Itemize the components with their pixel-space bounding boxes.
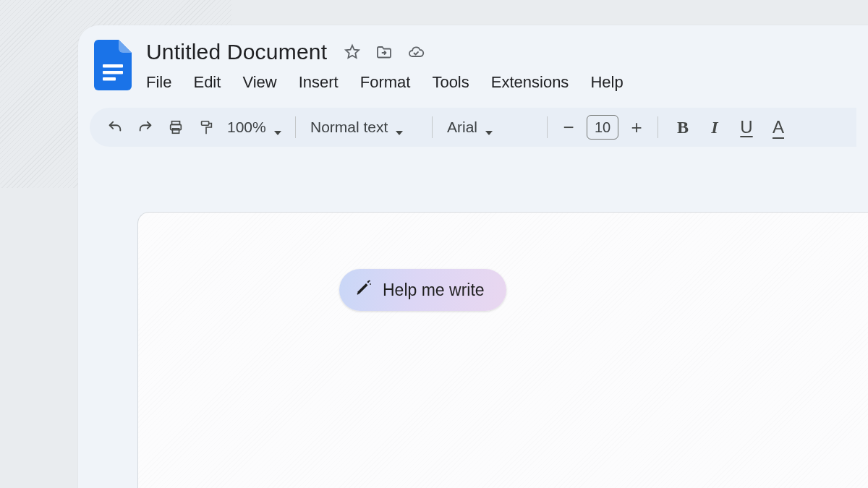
docs-window: Untitled Document	[78, 25, 868, 488]
menu-format[interactable]: Format	[359, 72, 412, 93]
svg-rect-2	[103, 77, 116, 81]
underline-button[interactable]: U	[732, 114, 761, 141]
toolbar-separator	[658, 116, 658, 138]
docs-logo-icon[interactable]	[94, 40, 132, 90]
menu-tools[interactable]: Tools	[430, 72, 470, 93]
redo-button[interactable]	[132, 114, 159, 141]
move-to-folder-icon[interactable]	[375, 43, 393, 61]
decrease-font-size-button[interactable]: −	[558, 116, 579, 138]
document-page[interactable]: Help me write	[137, 212, 868, 488]
menu-bar: File Edit View Insert Format Tools Exten…	[143, 70, 626, 93]
italic-button[interactable]: I	[700, 114, 729, 141]
title-bar: Untitled Document	[78, 25, 868, 98]
title-block: Untitled Document	[143, 38, 626, 93]
font-size-input[interactable]	[587, 115, 618, 140]
toolbar-separator	[432, 116, 433, 138]
help-me-write-chip[interactable]: Help me write	[339, 269, 506, 311]
svg-rect-6	[202, 121, 209, 126]
increase-font-size-button[interactable]: +	[626, 116, 647, 138]
svg-point-8	[370, 283, 371, 285]
chevron-down-icon	[395, 124, 402, 131]
undo-button[interactable]	[101, 114, 129, 141]
menu-edit[interactable]: Edit	[192, 72, 222, 93]
font-size-group: − +	[558, 115, 647, 140]
canvas-area: Help me write	[78, 170, 868, 488]
paragraph-style-value: Normal text	[310, 119, 388, 136]
menu-insert[interactable]: Insert	[297, 72, 340, 93]
menu-view[interactable]: View	[241, 72, 278, 93]
menu-extensions[interactable]: Extensions	[490, 72, 571, 93]
toolbar: 100% Normal text Arial − + B	[90, 108, 856, 147]
svg-rect-1	[103, 71, 123, 74]
print-button[interactable]	[162, 114, 190, 141]
toolbar-separator	[295, 116, 296, 138]
document-title-input[interactable]: Untitled Document	[143, 38, 330, 66]
paragraph-style-dropdown[interactable]: Normal text	[306, 114, 422, 141]
paint-format-button[interactable]	[192, 114, 220, 141]
zoom-dropdown[interactable]: 100%	[223, 114, 285, 141]
magic-pen-icon	[355, 279, 373, 301]
help-me-write-label: Help me write	[383, 281, 485, 300]
font-value: Arial	[447, 119, 477, 136]
bold-button[interactable]: B	[668, 114, 697, 141]
zoom-value: 100%	[227, 119, 266, 136]
text-color-button[interactable]: A	[764, 114, 793, 141]
cloud-status-icon[interactable]	[407, 43, 425, 61]
toolbar-separator	[547, 116, 548, 138]
menu-help[interactable]: Help	[589, 72, 624, 93]
svg-rect-5	[172, 129, 179, 133]
chevron-down-icon	[273, 124, 281, 131]
menu-file[interactable]: File	[145, 72, 173, 93]
svg-rect-0	[103, 64, 123, 68]
font-dropdown[interactable]: Arial	[443, 114, 537, 141]
chevron-down-icon	[485, 124, 492, 131]
title-row: Untitled Document	[143, 38, 626, 66]
star-icon[interactable]	[343, 43, 362, 61]
